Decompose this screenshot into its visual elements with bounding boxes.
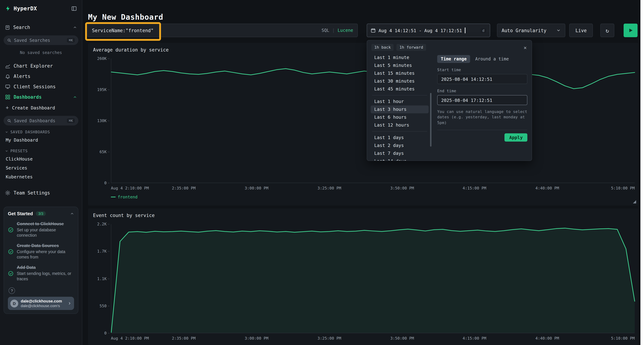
get-started-item-desc: Set up your database connection — [17, 227, 74, 238]
presets-section-header[interactable]: PRESETS — [0, 144, 82, 154]
user-org: dale@clickhouse.com's — [21, 304, 62, 308]
time-preset-last-45-minutes[interactable]: Last 45 minutes — [371, 85, 428, 93]
shortcut-badge: ⌘K — [67, 38, 75, 42]
time-preset-last-1-hour[interactable]: Last 1 hour — [371, 98, 428, 105]
x-tick-label: 5:10:00 PM — [611, 186, 635, 191]
time-picker-footer: Apply — [437, 130, 527, 145]
sidebar-item-alerts[interactable]: Alerts — [0, 71, 82, 81]
end-time-label: End time — [437, 89, 527, 93]
sidebar-item-my-dashboard[interactable]: My Dashboard — [0, 135, 82, 144]
sql-mode-toggle[interactable]: SQL — [322, 28, 329, 33]
time-preset-last-14-days[interactable]: Last 14 days — [371, 157, 428, 161]
close-icon[interactable]: ✕ — [523, 44, 527, 50]
y-tick-label: 260K — [97, 56, 110, 61]
time-preset-last-7-days[interactable]: Last 7 days — [371, 149, 428, 157]
help-button[interactable]: ? — [8, 287, 15, 294]
time-range-input[interactable]: Aug 4 14:12:51 - Aug 4 17:12:51 d — [367, 23, 490, 37]
sidebar: HyperDX Search Saved Searches ⌘K No s — [0, 0, 82, 345]
time-preset-last-3-hours[interactable]: Last 3 hours — [371, 105, 428, 113]
legend-item-frontend[interactable]: frontend — [111, 195, 138, 200]
time-picker-body: Last 1 minuteLast 5 minutesLast 15 minut… — [367, 52, 532, 161]
dashboards-label: Dashboards — [14, 94, 42, 100]
lucene-mode-toggle[interactable]: Lucene — [338, 28, 353, 33]
x-tick-label: 3:25:00 PM — [318, 186, 341, 191]
brand-name: HyperDX — [14, 5, 37, 12]
chart-title: Event count by service — [93, 213, 154, 218]
create-dashboard-button[interactable]: + Create Dashboard — [0, 102, 82, 113]
get-started-item-data-sources[interactable]: Create Data Sources Configure where your… — [8, 243, 74, 260]
get-started-item-add-data[interactable]: Add Data Start sending logs, metrics, or… — [8, 265, 74, 282]
sidebar-item-search[interactable]: Search — [0, 22, 82, 32]
x-tick-label: 3:00:00 PM — [245, 186, 268, 191]
panel-resize-handle[interactable] — [633, 200, 636, 203]
tab-around-a-time[interactable]: Around a time — [472, 55, 512, 63]
time-preset-last-1-minute[interactable]: Last 1 minute — [371, 54, 428, 61]
live-button[interactable]: Live — [569, 23, 593, 37]
get-started-card: Get Started 3/3 Connect to ClickHouse Se… — [4, 207, 78, 314]
y-tick-label: 1.7K — [97, 249, 110, 254]
start-time-input[interactable]: 2025-08-04 14:12:51 — [437, 74, 527, 84]
saved-searches-input[interactable]: Saved Searches ⌘K — [4, 35, 78, 45]
saved-dashboards-section-header[interactable]: SAVED DASHBOARDS — [0, 125, 82, 135]
time-range-value: Aug 4 14:12:51 - Aug 4 17:12:51 — [378, 28, 462, 33]
sidebar-item-client-sessions[interactable]: Client Sessions — [0, 81, 82, 92]
shortcut-badge: ⌘K — [67, 118, 75, 123]
shift-back-button[interactable]: 1h back — [371, 44, 394, 51]
y-tick-label: 130K — [97, 118, 110, 123]
play-icon — [629, 28, 632, 32]
sidebar-item-kubernetes[interactable]: Kubernetes — [0, 172, 82, 181]
time-preset-last-30-minutes[interactable]: Last 30 minutes — [371, 77, 428, 85]
saved-dashboards-input[interactable]: Saved Dashboards ⌘K — [4, 116, 78, 125]
mode-divider: | — [332, 28, 335, 33]
y-axis: 260K195K130K65K0 — [88, 59, 110, 183]
gear-icon — [5, 190, 10, 196]
legend-label: frontend — [118, 195, 138, 200]
plot-area[interactable] — [111, 224, 635, 333]
sidebar-item-dashboards[interactable]: Dashboards — [0, 92, 82, 102]
chevron-down-icon — [5, 149, 8, 152]
calendar-icon — [371, 28, 376, 33]
legend-item-frontend[interactable]: frontend — [111, 344, 138, 345]
tab-time-range[interactable]: Time range — [437, 55, 470, 63]
sidebar-item-clickhouse[interactable]: ClickHouse — [0, 154, 82, 163]
time-preset-last-15-minutes[interactable]: Last 15 minutes — [371, 69, 428, 77]
get-started-item-title: Connect to ClickHouse — [17, 221, 74, 227]
page-scrollbar[interactable] — [640, 0, 644, 345]
refresh-button[interactable]: ↻ — [600, 23, 614, 37]
shift-forward-button[interactable]: 1h forward — [396, 44, 426, 51]
create-dashboard-label: Create Dashboard — [12, 105, 55, 110]
get-started-item-title: Add Data — [17, 265, 74, 270]
x-tick-label: 4:40:00 PM — [536, 336, 559, 341]
monitor-icon — [5, 84, 10, 89]
x-tick-label: 4:40:00 PM — [536, 186, 559, 191]
main-content: My New Dashboard ServiceName:"frontend" … — [82, 0, 640, 345]
refresh-icon: ↻ — [606, 27, 609, 34]
run-query-button[interactable] — [624, 23, 638, 37]
time-picker-custom-panel: Time range Around a time Start time 2025… — [432, 54, 527, 161]
time-preset-last-1-days[interactable]: Last 1 days — [371, 134, 428, 142]
logo-row: HyperDX — [0, 0, 82, 17]
time-preset-last-2-days[interactable]: Last 2 days — [371, 142, 428, 149]
sidebar-item-chart-explorer[interactable]: Chart Explorer — [0, 61, 82, 71]
keyboard-hint-badge: d — [480, 28, 486, 33]
get-started-item-connect[interactable]: Connect to ClickHouse Set up your databa… — [8, 221, 74, 238]
end-time-input[interactable]: 2025-08-04 17:12:51 — [437, 95, 527, 105]
apply-button[interactable]: Apply — [505, 133, 527, 142]
search-query-input[interactable]: ServiceName:"frontend" SQL | Lucene — [87, 23, 358, 37]
dashboards-grid-icon — [5, 94, 10, 100]
time-preset-last-5-minutes[interactable]: Last 5 minutes — [371, 61, 428, 69]
query-text: ServiceName:"frontend" — [92, 28, 154, 33]
sidebar-item-team-settings[interactable]: Team Settings — [0, 188, 82, 198]
sidebar-collapse-icon[interactable] — [71, 6, 77, 11]
time-preset-last-6-hours[interactable]: Last 6 hours — [371, 113, 428, 121]
x-tick-label: 3:50:00 PM — [390, 186, 414, 191]
time-preset-last-12-hours[interactable]: Last 12 hours — [371, 121, 428, 129]
user-menu[interactable]: D dale@clickhouse.com dale@clickhouse.co… — [8, 297, 74, 310]
y-tick-label: 0 — [104, 181, 110, 185]
toolbar: ServiceName:"frontend" SQL | Lucene Aug … — [87, 23, 638, 37]
scrollbar-thumb[interactable] — [430, 93, 432, 147]
granularity-select[interactable]: Auto Granularity — [497, 23, 565, 37]
get-started-header[interactable]: Get Started 3/3 — [8, 211, 74, 216]
sidebar-item-services[interactable]: Services — [0, 163, 82, 172]
x-tick-label: Aug 4 2:10:00 PM — [111, 186, 149, 191]
